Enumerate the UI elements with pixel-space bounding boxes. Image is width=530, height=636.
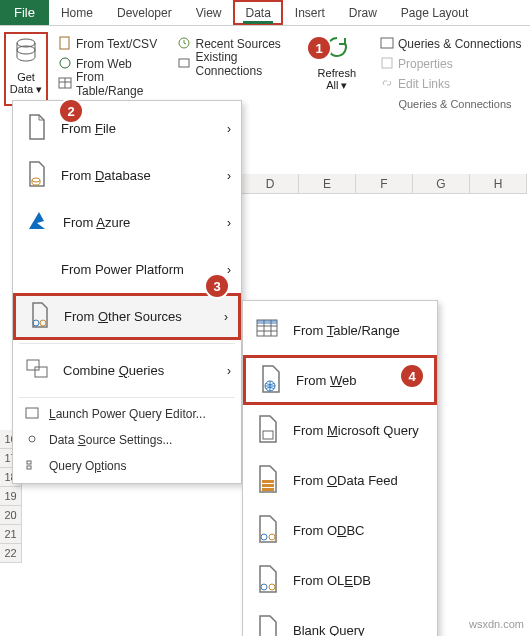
chevron-right-icon: ›	[227, 216, 231, 230]
svg-point-17	[29, 436, 35, 442]
submenu-ms-query[interactable]: From Microsoft Query	[243, 405, 437, 455]
svg-rect-29	[262, 484, 274, 487]
odata-icon	[255, 464, 281, 497]
ribbon-tabs: File Home Developer View Data Insert Dra…	[0, 0, 530, 26]
svg-rect-8	[179, 59, 189, 67]
svg-rect-15	[35, 367, 47, 377]
settings-icon	[25, 432, 39, 449]
tab-pagelayout[interactable]: Page Layout	[389, 0, 480, 25]
svg-point-12	[33, 320, 39, 326]
svg-point-13	[40, 320, 46, 326]
svg-point-11	[32, 178, 40, 182]
chevron-down-icon: ▾	[36, 83, 42, 95]
web-icon	[258, 364, 284, 397]
col-header[interactable]: H	[470, 174, 527, 194]
chevron-right-icon: ›	[227, 122, 231, 136]
chevron-right-icon: ›	[224, 310, 228, 324]
table-icon	[58, 76, 72, 93]
qc-group-caption: Queries & Connections	[380, 98, 530, 110]
file-icon	[25, 113, 49, 144]
menu-from-other-sources[interactable]: From Other Sources ›	[13, 293, 241, 340]
row-header[interactable]: 19	[0, 487, 22, 506]
svg-rect-16	[26, 408, 38, 418]
step-badge-1: 1	[308, 37, 330, 59]
column-headers: D E F G H	[242, 174, 530, 194]
from-table-range-cmd[interactable]: From Table/Range	[58, 74, 167, 94]
chevron-right-icon: ›	[227, 263, 231, 277]
msquery-icon	[255, 414, 281, 447]
menu-launch-pq-editor[interactable]: Launch Power Query Editor...	[13, 401, 241, 427]
svg-point-34	[269, 584, 275, 590]
svg-point-3	[60, 58, 70, 68]
step-badge-2: 2	[60, 100, 82, 122]
chevron-right-icon: ›	[227, 364, 231, 378]
menu-from-database[interactable]: From Database ›	[13, 152, 241, 199]
get-data-button[interactable]: GetData ▾	[4, 32, 48, 106]
col-header[interactable]: E	[299, 174, 356, 194]
menu-query-options[interactable]: Query Options	[13, 453, 241, 479]
other-sources-icon	[28, 301, 52, 332]
globe-icon	[58, 56, 72, 73]
svg-point-33	[261, 584, 267, 590]
tab-developer[interactable]: Developer	[105, 0, 184, 25]
menu-combine-queries[interactable]: Combine Queries ›	[13, 347, 241, 394]
edit-links-cmd: Edit Links	[380, 74, 530, 94]
options-icon	[25, 458, 39, 475]
oledb-icon	[255, 564, 281, 597]
links-icon	[380, 76, 394, 93]
database-icon	[25, 160, 49, 191]
row-header[interactable]: 20	[0, 506, 22, 525]
table-icon	[255, 317, 281, 344]
pq-editor-icon	[25, 406, 39, 423]
menu-data-source-settings[interactable]: Data Source Settings...	[13, 427, 241, 453]
combine-icon	[25, 357, 51, 384]
chevron-right-icon: ›	[227, 169, 231, 183]
file-icon	[58, 36, 72, 53]
blank-icon	[255, 614, 281, 637]
watermark: wsxdn.com	[469, 618, 524, 630]
chevron-down-icon: ▾	[341, 79, 347, 91]
tab-draw[interactable]: Draw	[337, 0, 389, 25]
queries-connections-cmd[interactable]: Queries & Connections	[380, 34, 530, 54]
tab-home[interactable]: Home	[49, 0, 105, 25]
svg-rect-30	[262, 488, 274, 491]
tab-data[interactable]: Data	[233, 0, 282, 25]
tab-insert[interactable]: Insert	[283, 0, 337, 25]
svg-rect-2	[60, 37, 69, 49]
row-header[interactable]: 22	[0, 544, 22, 563]
row-header[interactable]: 21	[0, 525, 22, 544]
col-header[interactable]: G	[413, 174, 470, 194]
azure-icon	[25, 209, 51, 236]
properties-icon	[380, 56, 394, 73]
step-badge-3: 3	[206, 275, 228, 297]
connections-icon	[177, 56, 191, 73]
svg-rect-14	[27, 360, 39, 370]
recent-icon	[177, 36, 191, 53]
tab-file[interactable]: File	[0, 0, 49, 25]
odbc-icon	[255, 514, 281, 547]
submenu-odata[interactable]: From OData Feed	[243, 455, 437, 505]
queries-icon	[380, 36, 394, 53]
properties-cmd: Properties	[380, 54, 530, 74]
step-badge-4: 4	[401, 365, 423, 387]
other-sources-submenu: From Table/Range From Web From Microsoft…	[242, 300, 438, 636]
submenu-odbc[interactable]: From ODBC	[243, 505, 437, 555]
svg-rect-9	[381, 38, 393, 48]
svg-rect-19	[27, 466, 31, 469]
svg-rect-10	[382, 58, 392, 68]
database-icon	[14, 38, 38, 67]
submenu-oledb[interactable]: From OLEDB	[243, 555, 437, 605]
svg-rect-18	[27, 461, 31, 464]
existing-connections-cmd[interactable]: Existing Connections	[177, 54, 299, 74]
menu-from-azure[interactable]: From Azure ›	[13, 199, 241, 246]
col-header[interactable]: F	[356, 174, 413, 194]
svg-point-31	[261, 534, 267, 540]
submenu-table-range[interactable]: From Table/Range	[243, 305, 437, 355]
col-header[interactable]: D	[242, 174, 299, 194]
menu-from-file[interactable]: From File ›	[13, 105, 241, 152]
from-text-csv-cmd[interactable]: From Text/CSV	[58, 34, 167, 54]
svg-rect-28	[262, 480, 274, 483]
submenu-blank-query[interactable]: Blank Query	[243, 605, 437, 636]
tab-view[interactable]: View	[184, 0, 234, 25]
svg-point-32	[269, 534, 275, 540]
